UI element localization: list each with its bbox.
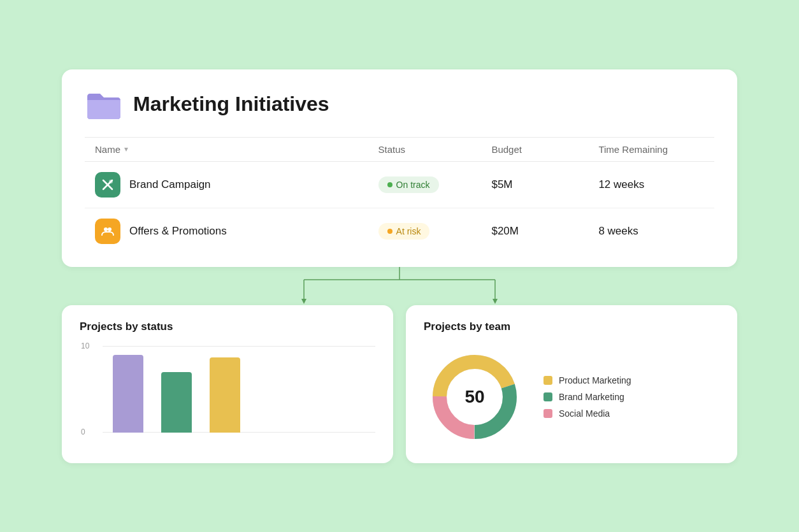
svg-point-3 [104, 227, 108, 231]
bar-purple [113, 355, 143, 433]
bars-container [103, 346, 240, 433]
svg-marker-10 [493, 299, 498, 304]
bar-yellow [210, 357, 240, 433]
status-chart-card: Projects by status 10 0 [62, 305, 393, 463]
time-cell-1: 8 weeks [588, 208, 714, 254]
status-cell-1: At risk [368, 208, 482, 254]
legend-dot-0 [543, 376, 552, 385]
grid-label-bottom: 0 [81, 428, 85, 436]
legend-dot-1 [543, 392, 552, 401]
col-name-header[interactable]: Name ▾ [85, 137, 368, 161]
status-badge-0: On track [378, 176, 439, 193]
bar-chart-area: 10 0 [80, 346, 375, 448]
donut-svg-container: 50 [424, 346, 526, 448]
status-cell-0: On track [368, 161, 482, 208]
table-row[interactable]: Brand Campaign On track $5M 12 weeks [85, 161, 714, 208]
legend-dot-2 [543, 409, 552, 418]
page-title: Marketing Initiatives [133, 92, 329, 116]
legend-item: Product Marketing [543, 375, 631, 385]
folder-icon [85, 87, 123, 122]
budget-cell-1: $20M [481, 208, 588, 254]
status-dot-1 [387, 229, 392, 234]
donut-legend: Product Marketing Brand Marketing Social… [543, 375, 631, 419]
budget-cell-0: $5M [481, 161, 588, 208]
legend-label-1: Brand Marketing [559, 392, 624, 402]
row-name-0: Brand Campaign [129, 178, 211, 191]
status-chart-title: Projects by status [80, 320, 375, 333]
col-budget-header: Budget [481, 137, 588, 161]
header-row: Marketing Initiatives [85, 87, 714, 122]
legend-label-2: Social Media [559, 408, 610, 419]
legend-label-0: Product Marketing [559, 375, 631, 385]
initiatives-table: Name ▾ Status Budget Time Remaining Bran… [85, 137, 714, 254]
row-name-1: Offers & Promotions [129, 225, 227, 238]
sort-icon: ▾ [124, 145, 128, 154]
svg-marker-9 [301, 299, 306, 304]
status-dot-0 [387, 182, 392, 187]
top-card: Marketing Initiatives Name ▾ Status Budg… [62, 69, 737, 267]
team-chart-card: Projects by team 50 [406, 305, 737, 463]
row-icon-1 [95, 219, 120, 244]
status-badge-1: At risk [378, 223, 430, 240]
time-cell-0: 12 weeks [588, 161, 714, 208]
svg-point-2 [109, 180, 113, 183]
name-cell-0: Brand Campaign [85, 161, 368, 208]
name-cell-1: Offers & Promotions [85, 208, 368, 254]
legend-item: Brand Marketing [543, 392, 631, 402]
team-chart-title: Projects by team [424, 320, 719, 333]
legend-item: Social Media [543, 408, 631, 419]
svg-point-4 [108, 227, 112, 231]
donut-area: 50 Product Marketing Brand Marketing Soc… [424, 346, 719, 448]
col-status-header: Status [368, 137, 482, 161]
bar-green [161, 372, 192, 433]
donut-center-value: 50 [464, 387, 484, 407]
connectors [62, 267, 737, 305]
table-row[interactable]: Offers & Promotions At risk $20M 8 weeks [85, 208, 714, 254]
col-time-header: Time Remaining [588, 137, 714, 161]
bottom-row: Projects by status 10 0 Pro [62, 305, 737, 463]
main-container: Marketing Initiatives Name ▾ Status Budg… [49, 57, 750, 476]
row-icon-0 [95, 172, 120, 198]
grid-label-top: 10 [81, 341, 89, 350]
